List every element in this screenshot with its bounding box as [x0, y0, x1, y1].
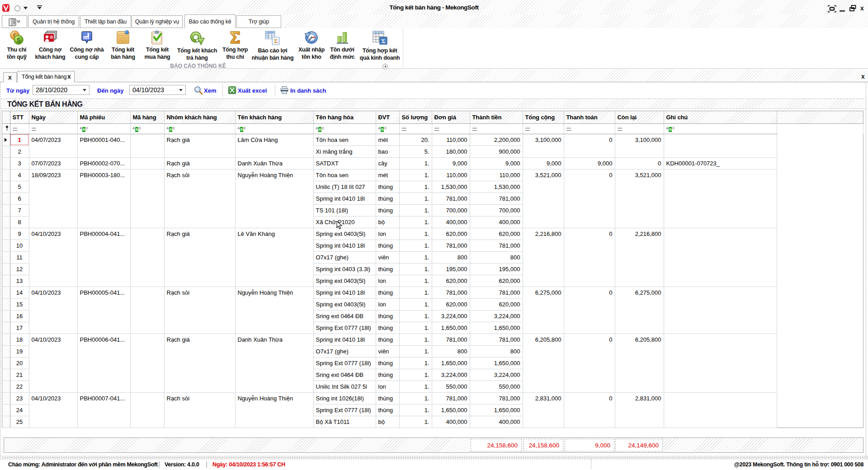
svg-text:Σ: Σ: [382, 38, 386, 44]
svg-text:Σ: Σ: [274, 38, 278, 44]
svg-text:$: $: [17, 36, 21, 44]
